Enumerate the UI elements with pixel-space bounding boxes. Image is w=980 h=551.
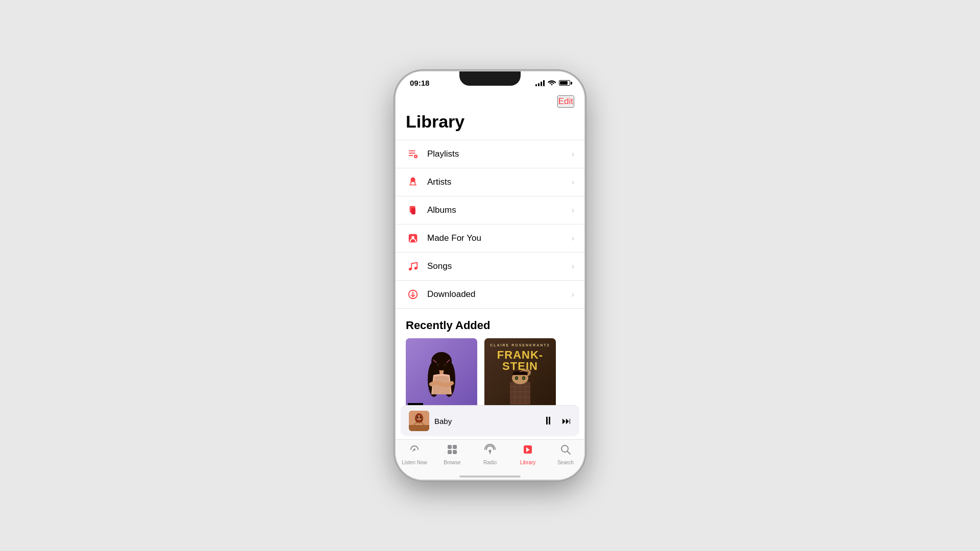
downloaded-icon [406,287,420,302]
made-for-you-icon [406,231,420,245]
radio-label: Radio [483,460,497,465]
albums-chevron: › [572,206,574,215]
svg-point-43 [417,416,419,418]
battery-icon [559,80,570,86]
svg-text:EXPLICIT: EXPLICIT [409,405,419,405]
downloaded-chevron: › [572,290,574,299]
svg-text:STEIN: STEIN [502,360,538,372]
phone-screen: 09:18 [396,71,584,480]
svg-line-55 [568,452,571,455]
svg-point-19 [444,363,447,366]
svg-rect-1 [409,153,415,154]
recently-added-section: Recently Added [396,309,584,338]
tab-listen-now[interactable]: Listen Now [396,444,433,465]
svg-rect-45 [409,425,429,431]
browse-icon [447,444,458,458]
svg-text:CLAIRE ROSENKRANTZ: CLAIRE ROSENKRANTZ [490,343,550,347]
library-tab-label: Library [520,460,536,465]
songs-label: Songs [427,261,572,271]
tab-search[interactable]: Search [547,444,584,465]
now-playing-bar[interactable]: Baby ⏸ ⏭ [401,405,579,436]
artists-icon [406,175,420,189]
listen-now-icon [409,444,420,458]
search-icon [560,444,571,458]
page-header: Edit [396,91,584,110]
made-for-you-label: Made For You [427,233,572,243]
svg-rect-49 [448,450,452,454]
edit-button[interactable]: Edit [557,95,574,108]
playlists-icon [406,147,420,161]
menu-item-albums[interactable]: Albums › [396,196,584,224]
album-art-1: EXPLICIT [406,338,477,405]
pause-button[interactable]: ⏸ [543,414,554,428]
svg-point-11 [414,267,418,270]
menu-item-made-for-you[interactable]: Made For You › [396,224,584,253]
playlists-chevron: › [572,149,574,159]
album-grid: EXPLICIT [396,338,584,405]
status-bar: 09:18 [396,71,584,91]
tab-library[interactable]: Library [509,444,547,465]
tab-browse[interactable]: Browse [433,444,471,465]
menu-item-playlists[interactable]: Playlists › [396,140,584,168]
made-for-you-chevron: › [572,234,574,243]
menu-item-downloaded[interactable]: Downloaded › [396,281,584,309]
search-label: Search [557,460,574,465]
svg-rect-0 [409,151,415,152]
albums-label: Albums [427,205,572,215]
library-icon [522,444,533,458]
songs-icon [406,259,420,273]
radio-icon [484,444,496,458]
tab-radio[interactable]: Radio [471,444,509,465]
downloaded-label: Downloaded [427,289,572,299]
svg-point-38 [516,377,518,379]
wifi-icon [548,79,556,87]
listen-now-label: Listen Now [402,460,427,465]
svg-point-10 [409,268,412,271]
library-menu: Playlists › Ar [396,140,584,309]
svg-rect-7 [411,208,415,214]
svg-point-18 [437,363,439,366]
recently-added-title: Recently Added [406,319,574,332]
songs-chevron: › [572,262,574,271]
signal-icon [535,80,545,86]
artists-label: Artists [427,177,572,187]
phone-frame: 09:18 [396,71,584,480]
album-card-1[interactable]: EXPLICIT [406,338,477,405]
page-content: Edit Library [396,91,584,405]
status-time: 09:18 [410,79,429,87]
home-indicator-bar [459,475,521,478]
tab-bar: Listen Now Browse [396,439,584,475]
svg-rect-48 [453,445,457,449]
library-title: Library [406,112,574,132]
svg-rect-2 [409,155,413,156]
page-title-section: Library [396,110,584,140]
now-playing-title: Baby [434,417,543,425]
svg-point-44 [420,416,422,418]
notch [459,71,521,86]
skip-button[interactable]: ⏭ [562,416,571,427]
albums-icon [406,203,420,217]
now-playing-art [409,411,429,431]
svg-rect-47 [448,445,452,449]
menu-item-artists[interactable]: Artists › [396,168,584,196]
home-indicator [396,475,584,480]
album-art-2: CLAIRE ROSENKRANTZ FRANK- STEIN [484,338,556,405]
svg-rect-50 [453,450,457,454]
artists-chevron: › [572,178,574,187]
menu-item-songs[interactable]: Songs › [396,253,584,281]
album-card-2[interactable]: CLAIRE ROSENKRANTZ FRANK- STEIN [484,338,556,405]
status-icons [535,79,570,87]
browse-label: Browse [444,460,460,465]
svg-point-39 [523,377,525,379]
playback-controls: ⏸ ⏭ [543,414,571,428]
playlists-label: Playlists [427,149,572,159]
